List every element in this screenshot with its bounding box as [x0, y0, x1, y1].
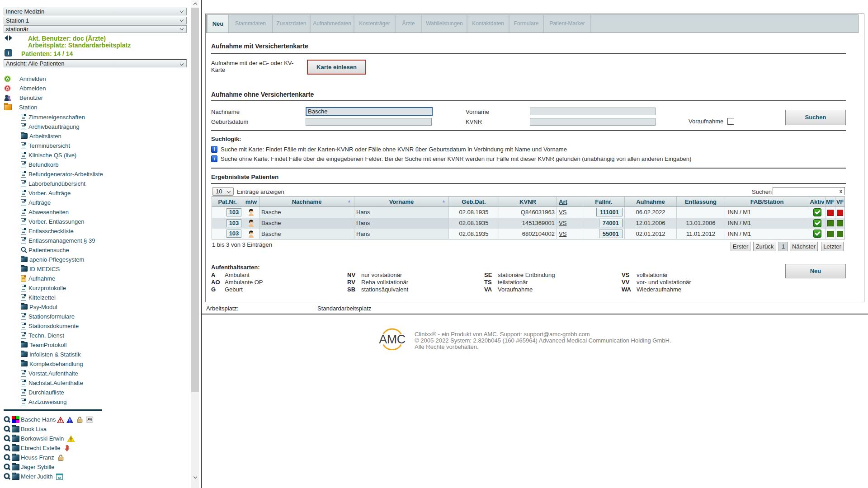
svg-text:M: M — [58, 475, 61, 479]
svg-text:AMC: AMC — [379, 333, 406, 346]
